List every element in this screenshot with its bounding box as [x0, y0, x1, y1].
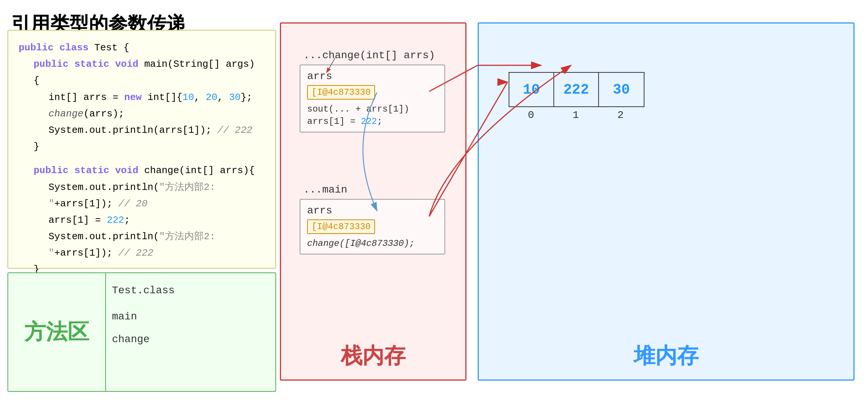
array-cells: 10 222 30 [509, 72, 644, 107]
change-frame-ref: [I@4c873330 [307, 85, 375, 100]
array-indices: 0 1 2 [509, 109, 644, 121]
method-main: main [112, 305, 269, 328]
code-line-6: } [19, 138, 265, 155]
stack-panel: ...change(int[] arrs) arrs [I@4c873330 s… [280, 22, 466, 381]
code-line-10: System.out.println("方法内部2: "+arrs[1]); /… [19, 228, 265, 261]
array-cell-1: 222 [554, 73, 599, 106]
change-frame-var: arrs [307, 71, 438, 82]
stack-label: 栈内存 [341, 341, 406, 371]
main-frame-code1: change([I@4c873330); [307, 238, 438, 249]
heap-label: 堆内存 [634, 341, 699, 371]
change-frame: arrs [I@4c873330 sout(... + arrs[1]) arr… [300, 65, 445, 132]
change-header: ...change(int[] arrs) [303, 50, 435, 61]
code-line-1: public class Test { [19, 40, 265, 56]
code-line-2: public static void main(String[] args) { [19, 56, 265, 89]
method-change: change [112, 328, 269, 351]
array-cell-0: 10 [509, 73, 554, 106]
method-area-label: 方法区 [8, 273, 105, 391]
method-files: Test.class main change [105, 273, 275, 391]
code-line-9: arrs[1] = 222; [19, 212, 265, 228]
method-file-name: Test.class [112, 279, 269, 302]
code-line-8: System.out.println("方法内部2: "+arrs[1]); /… [19, 179, 265, 212]
code-line-4: change(arrs); [19, 106, 265, 122]
array-index-0: 0 [509, 109, 553, 121]
heap-panel: 10 222 30 0 1 2 堆内存 [478, 22, 855, 381]
main-frame: arrs [I@4c873330 change([I@4c873330); [300, 199, 445, 254]
change-frame-code1: sout(... + arrs[1]) [307, 104, 438, 114]
array-container: 10 222 30 0 1 2 [509, 72, 644, 121]
main-header: ...main [303, 184, 347, 196]
array-index-1: 1 [553, 109, 598, 121]
array-index-2: 2 [598, 109, 643, 121]
code-panel: public class Test { public static void m… [7, 30, 276, 269]
main-frame-var: arrs [307, 205, 438, 216]
change-frame-code2: arrs[1] = 222; [307, 116, 438, 126]
method-area: 方法区 Test.class main change [7, 272, 276, 392]
code-line-5: System.out.println(arrs[1]); // 222 [19, 122, 265, 138]
array-cell-2: 30 [599, 73, 644, 106]
main-frame-ref: [I@4c873330 [307, 219, 375, 234]
code-line-7: public static void change(int[] arrs){ [19, 162, 265, 179]
code-line-3: int[] arrs = new int[]{10, 20, 30}; [19, 89, 265, 106]
